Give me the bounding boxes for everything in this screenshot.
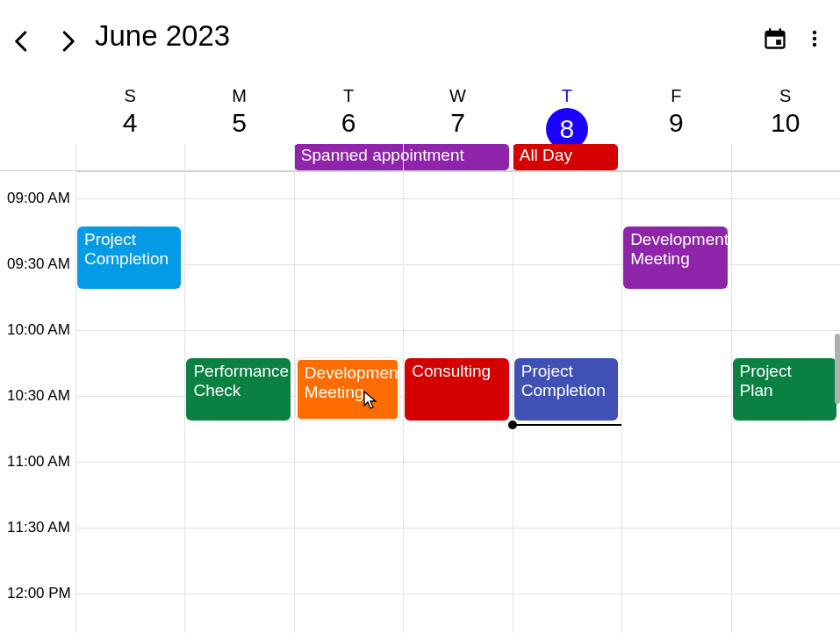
calendar-header: June 2023	[0, 0, 840, 81]
day-header-9[interactable]: F9	[621, 81, 730, 144]
chevron-right-icon	[54, 28, 81, 54]
grid-hline	[75, 330, 840, 331]
calendar-today-icon	[763, 26, 787, 51]
day-header-4[interactable]: S4	[75, 81, 184, 144]
month-title: June 2023	[95, 19, 230, 53]
time-label: 09:00 AM	[7, 190, 75, 207]
day-header-row: S4M5T6W7T8F9S10	[75, 81, 840, 144]
svg-point-7	[813, 43, 816, 47]
scrollbar[interactable]	[835, 334, 840, 404]
grid-hline	[75, 593, 840, 594]
svg-point-6	[813, 37, 816, 40]
allday-event[interactable]: All Day	[513, 144, 618, 170]
today-button[interactable]	[763, 26, 787, 51]
grid-vline	[513, 144, 513, 633]
more-options-button[interactable]	[804, 26, 825, 51]
next-week-button[interactable]	[54, 28, 81, 54]
time-label: 12:00 PM	[7, 585, 75, 602]
day-of-week-label: S	[731, 86, 840, 106]
day-number-label: 6	[294, 108, 403, 138]
grid-vline	[294, 144, 295, 633]
time-label: 11:00 AM	[7, 453, 75, 471]
grid-hline	[75, 462, 840, 463]
day-of-week-label: M	[184, 86, 293, 106]
prev-week-button[interactable]	[9, 28, 35, 54]
svg-point-5	[813, 31, 816, 34]
day-number-label: 4	[75, 108, 184, 138]
day-header-8[interactable]: T8	[513, 81, 621, 144]
event[interactable]: Performance Check	[186, 358, 290, 421]
event[interactable]: Consulting	[405, 358, 508, 421]
event[interactable]: Development Meeting	[623, 227, 727, 289]
day-number-label: 7	[403, 108, 512, 138]
grid-vline	[621, 144, 622, 633]
event[interactable]: Project Plan	[733, 358, 836, 421]
current-time-dot	[508, 421, 517, 429]
day-header-7[interactable]: W7	[403, 81, 512, 144]
grid-vline	[403, 144, 404, 633]
day-of-week-label: W	[403, 86, 512, 106]
allday-row: Spanned appointmentAll Day	[75, 144, 840, 172]
grid-vline	[731, 144, 732, 633]
grid-hline	[75, 198, 840, 199]
event[interactable]: Project Completion	[77, 227, 181, 289]
current-time-line	[513, 424, 621, 426]
grid-hline	[75, 528, 840, 529]
time-label: 10:30 AM	[7, 387, 75, 405]
day-of-week-label: T	[513, 86, 621, 106]
day-number-label: 5	[184, 108, 293, 138]
svg-rect-1	[766, 32, 785, 37]
day-of-week-label: S	[75, 86, 184, 106]
time-label: 10:00 AM	[7, 321, 75, 339]
day-header-6[interactable]: T6	[294, 81, 403, 144]
svg-rect-4	[776, 40, 781, 45]
time-gutter: 09:00 AM09:30 AM10:00 AM10:30 AM11:00 AM…	[0, 172, 75, 633]
day-header-10[interactable]: S10	[731, 81, 840, 144]
day-of-week-label: F	[621, 86, 730, 106]
time-label: 11:30 AM	[7, 519, 75, 536]
day-of-week-label: T	[294, 86, 403, 106]
event[interactable]: Project Completion	[514, 358, 618, 421]
grid-vline	[75, 144, 76, 633]
more-vertical-icon	[804, 26, 825, 51]
day-number-label: 10	[731, 108, 840, 138]
time-label: 09:30 AM	[7, 255, 75, 273]
time-grid[interactable]: Project CompletionPerformance CheckDevel…	[75, 172, 840, 633]
allday-event[interactable]: Spanned appointment	[294, 144, 509, 170]
chevron-left-icon	[9, 28, 35, 54]
event[interactable]: Development Meeting	[296, 358, 399, 421]
day-number-label: 9	[621, 108, 730, 138]
day-header-5[interactable]: M5	[184, 81, 293, 144]
grid-vline	[184, 144, 185, 633]
